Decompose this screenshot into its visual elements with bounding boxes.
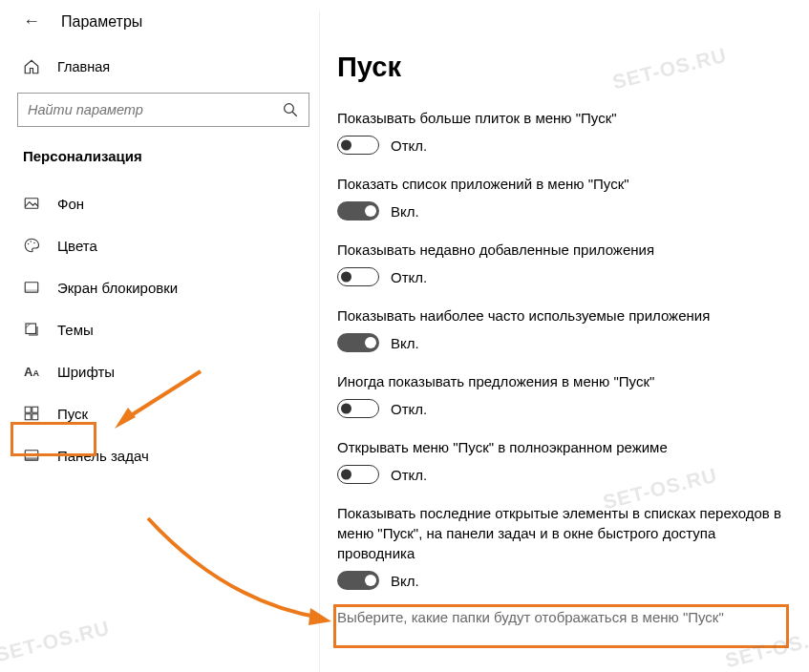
home-link[interactable]: Главная — [17, 49, 309, 93]
fonts-icon: AA — [23, 366, 40, 378]
lockscreen-icon — [23, 279, 40, 296]
home-label: Главная — [57, 59, 110, 74]
setting-recent-items: Показывать последние открытые элементы в… — [337, 503, 786, 590]
sidebar-item-label: Фон — [57, 196, 84, 212]
toggle-state-text: Откл. — [391, 269, 427, 285]
sidebar: ← Параметры Главная Персонализация Фон — [0, 11, 320, 672]
toggle-recent-apps[interactable] — [337, 267, 379, 286]
toggle-recent-items[interactable] — [337, 571, 379, 590]
sidebar-item-taskbar[interactable]: Панель задач — [17, 435, 309, 475]
sidebar-item-start[interactable]: Пуск — [17, 393, 309, 433]
setting-label: Показывать наиболее часто используемые п… — [337, 305, 786, 326]
svg-rect-14 — [25, 457, 38, 460]
setting-app-list: Показать список приложений в меню "Пуск"… — [337, 174, 786, 220]
choose-folders-link[interactable]: Выберите, какие папки будут отображаться… — [337, 609, 786, 625]
setting-label: Открывать меню "Пуск" в полноэкранном ре… — [337, 437, 786, 457]
app-title: Параметры — [61, 13, 142, 31]
setting-label: Иногда показывать предложения в меню "Пу… — [337, 371, 786, 391]
svg-rect-9 — [25, 407, 31, 412]
search-box[interactable] — [17, 93, 309, 127]
svg-rect-10 — [32, 407, 38, 412]
search-input[interactable] — [28, 102, 282, 117]
toggle-state-text: Откл. — [391, 467, 427, 483]
sidebar-item-background[interactable]: Фон — [17, 183, 309, 223]
back-button[interactable]: ← — [23, 11, 40, 32]
svg-rect-12 — [32, 414, 38, 420]
svg-rect-11 — [25, 414, 31, 420]
sidebar-section-title: Персонализация — [23, 148, 309, 164]
sidebar-item-colors[interactable]: Цвета — [17, 225, 309, 265]
page-title: Пуск — [337, 52, 786, 83]
svg-rect-7 — [25, 289, 38, 292]
setting-suggestions: Иногда показывать предложения в меню "Пу… — [337, 371, 786, 418]
toggle-suggestions[interactable] — [337, 399, 379, 418]
toggle-state-text: Вкл. — [391, 573, 419, 589]
sidebar-item-label: Пуск — [57, 406, 88, 422]
toggle-state-text: Вкл. — [391, 335, 419, 351]
taskbar-icon — [23, 447, 40, 464]
palette-icon — [23, 237, 40, 254]
toggle-state-text: Откл. — [391, 401, 427, 417]
svg-point-3 — [28, 243, 30, 245]
setting-label: Показать список приложений в меню "Пуск" — [337, 174, 786, 194]
search-icon — [282, 101, 299, 118]
toggle-app-list[interactable] — [337, 201, 379, 220]
setting-label: Показывать недавно добавленные приложени… — [337, 240, 786, 260]
svg-point-4 — [31, 241, 32, 242]
setting-label: Показывать последние открытые элементы в… — [337, 503, 786, 563]
sidebar-item-fonts[interactable]: AA Шрифты — [17, 351, 309, 391]
setting-more-tiles: Показывать больше плиток в меню "Пуск" О… — [337, 108, 786, 155]
svg-line-1 — [292, 112, 297, 116]
setting-recent-apps: Показывать недавно добавленные приложени… — [337, 240, 786, 286]
home-icon — [23, 58, 40, 75]
toggle-more-tiles[interactable] — [337, 136, 379, 155]
start-icon — [23, 405, 40, 422]
svg-point-5 — [33, 242, 35, 244]
sidebar-item-lockscreen[interactable]: Экран блокировки — [17, 267, 309, 307]
themes-icon — [23, 321, 40, 338]
content: Пуск Показывать больше плиток в меню "Пу… — [320, 11, 809, 672]
toggle-fullscreen[interactable] — [337, 465, 379, 484]
setting-most-used: Показывать наиболее часто используемые п… — [337, 305, 786, 352]
sidebar-item-label: Шрифты — [57, 364, 115, 380]
toggle-state-text: Вкл. — [391, 203, 419, 220]
sidebar-item-themes[interactable]: Темы — [17, 309, 309, 349]
sidebar-item-label: Панель задач — [57, 448, 149, 464]
svg-point-0 — [285, 104, 294, 114]
toggle-state-text: Откл. — [391, 137, 427, 154]
toggle-most-used[interactable] — [337, 333, 379, 352]
setting-fullscreen: Открывать меню "Пуск" в полноэкранном ре… — [337, 437, 786, 484]
picture-icon — [23, 195, 40, 212]
svg-rect-8 — [26, 324, 36, 334]
sidebar-item-label: Темы — [57, 322, 94, 338]
setting-label: Показывать больше плиток в меню "Пуск" — [337, 108, 786, 128]
sidebar-item-label: Цвета — [57, 238, 97, 254]
sidebar-item-label: Экран блокировки — [57, 280, 178, 296]
